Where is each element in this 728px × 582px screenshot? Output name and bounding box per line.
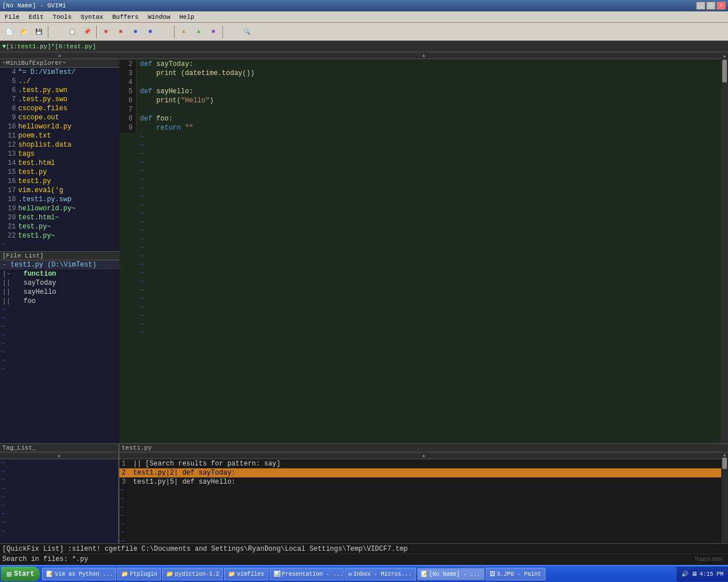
tilde-line: ~ — [0, 331, 119, 340]
qf-line[interactable]: 1 || [Search results for pattern: say] — [119, 459, 728, 468]
taskbar-item-ftplugin[interactable]: 📁 Ftplugin — [117, 568, 161, 580]
tag-active-file[interactable]: - test1.py (D:\VimTest) — [0, 260, 119, 269]
scroll-thumb[interactable] — [722, 60, 727, 82]
qf-left-scroll-up[interactable]: ▲ — [0, 452, 118, 459]
tilde-line: ~ — [119, 244, 721, 252]
left-pane: ▲ ~MiniBufExplorer~ 4"= D:/VimTest/ 5../… — [0, 52, 119, 443]
toolbar-save[interactable]: 💾 — [32, 25, 46, 39]
tilde-line: ~ — [0, 476, 118, 485]
menu-edit[interactable]: Edit — [24, 13, 48, 22]
toolbar-sep2 — [96, 26, 97, 38]
code-line: 4 — [119, 78, 721, 88]
toolbar-btn2[interactable]: ■ — [114, 25, 127, 39]
toolbar-btn8[interactable]: ■ — [206, 25, 220, 39]
menu-buffers[interactable]: Buffers — [107, 13, 143, 22]
taskbar-item-paint[interactable]: 🖼 3.JPG - Paint — [486, 568, 545, 580]
tilde-line: ~ — [119, 133, 721, 142]
left-scroll-up[interactable]: ▲ — [0, 52, 119, 59]
menu-file[interactable]: File — [0, 13, 24, 22]
tilde-line: ~ — [119, 150, 721, 159]
file-item[interactable]: 16test1.py — [0, 177, 119, 186]
code-area[interactable]: 2 def sayToday: 3 print (datetime.today(… — [119, 59, 728, 443]
tag-item-function[interactable]: |- function — [0, 269, 119, 278]
file-item[interactable]: 11poem.txt — [0, 131, 119, 140]
toolbar-paste[interactable]: 📌 — [80, 25, 94, 39]
toolbar-btn5[interactable]: ⚙ — [158, 25, 172, 39]
file-item[interactable]: 21test.py~ — [0, 222, 119, 231]
start-button[interactable]: ⊞ Start — [1, 567, 40, 581]
tilde-line: ~ — [119, 210, 721, 218]
tab-text[interactable]: [1:test1.py]*[6:test.py] — [6, 43, 96, 50]
file-item[interactable]: 13tags — [0, 149, 119, 159]
qf-scrollbar[interactable]: ▲ — [721, 452, 728, 543]
tilde-line: ~ — [119, 218, 721, 227]
toolbar-btn6[interactable]: ▲ — [177, 25, 191, 39]
file-item[interactable]: 12shoplist.data — [0, 140, 119, 149]
tabbar: ▼ [1:test1.py]*[6:test.py] — [0, 41, 728, 52]
tilde-line: ~ — [0, 348, 119, 357]
file-item[interactable]: 18.test1.py.swp — [0, 195, 119, 204]
toolbar-open[interactable]: 📂 — [17, 25, 31, 39]
qf-line[interactable]: 3 test1.py|5| def sayHello: — [119, 477, 728, 487]
maximize-button[interactable]: □ — [706, 2, 715, 10]
toolbar-btn4[interactable]: ■ — [143, 25, 157, 39]
toolbar-btn3[interactable]: ■ — [129, 25, 142, 39]
file-item[interactable]: 8cscope.files — [0, 104, 119, 113]
taskbar-item-vim-python[interactable]: 📝 Vim as Python ... — [42, 568, 116, 580]
tilde-line: ~ — [119, 252, 721, 261]
file-item[interactable]: 17vim.eval('g — [0, 186, 119, 195]
right-scroll-up[interactable]: ▲ — [119, 52, 728, 59]
taskbar-item-inbox[interactable]: ✉ Inbox - Micros... — [345, 568, 416, 580]
taskbar-item-noname[interactable]: 📝 [No Name] - ... — [417, 568, 485, 580]
code-file-label: test1.py — [119, 444, 728, 452]
toolbar-btn7[interactable]: ▲ — [192, 25, 205, 39]
tag-item-foo[interactable]: || foo — [0, 297, 119, 306]
file-item[interactable]: 19helloworld.py~ — [0, 204, 119, 213]
taskbar-item-pydiction[interactable]: 📁 pydiction-1.2 — [162, 568, 223, 580]
menu-window[interactable]: Window — [143, 13, 175, 22]
toolbar-cut[interactable]: ✂ — [51, 25, 64, 39]
menu-tools[interactable]: Tools — [48, 13, 76, 22]
tilde-line: ~ — [119, 529, 728, 538]
file-item[interactable]: 4"= D:/VimTest/ — [0, 68, 119, 77]
file-item[interactable]: 15test.py — [0, 168, 119, 177]
systray-time: 4:15 PM — [700, 571, 723, 577]
tilde-line: ~ — [119, 261, 721, 269]
taskbar-item-presentation[interactable]: 📊 Presentation - ... — [270, 568, 344, 580]
toolbar-copy[interactable]: 📋 — [65, 25, 79, 39]
file-item[interactable]: 20test.html~ — [0, 213, 119, 222]
file-item[interactable]: 9cscope.out — [0, 113, 119, 122]
taskbar-item-vimfiles[interactable]: 📁 vimfiles — [224, 568, 268, 580]
tilde-line: ~ — [0, 485, 118, 493]
tilde-line: ~ — [119, 521, 728, 529]
toolbar-find[interactable]: ■ — [99, 25, 113, 39]
minimize-button[interactable]: _ — [696, 2, 705, 10]
titlebar: [No Name] - GVIM1 _ □ × — [0, 0, 728, 11]
tilde-line: ~ — [0, 459, 118, 468]
qf-scroll-thumb[interactable] — [722, 458, 727, 469]
systray-icons: 🔊 🖥 — [681, 571, 697, 577]
file-item[interactable]: 14test.html — [0, 159, 119, 168]
tilde-line: ~ — [0, 527, 118, 536]
close-button[interactable]: × — [717, 2, 726, 10]
qf-right-scroll-up[interactable]: ▲ — [119, 452, 728, 459]
tilde-line: ~ — [0, 468, 118, 476]
right-scrollbar[interactable]: ▲ — [721, 52, 728, 443]
file-item[interactable]: 6.test.py.swn — [0, 86, 119, 95]
scroll-up-arrow[interactable]: ▲ — [722, 52, 727, 60]
menu-help[interactable]: Help — [175, 13, 198, 22]
toolbar-search[interactable]: 🔍 — [240, 25, 254, 39]
tilde-line: ~ — [0, 240, 119, 249]
split-bar[interactable]: Tag_List_ test1.py — [0, 443, 728, 452]
toolbar-help[interactable]: ? — [225, 25, 239, 39]
file-item[interactable]: 7.test.py.swo — [0, 95, 119, 104]
toolbar-new[interactable]: 📄 — [2, 25, 16, 39]
tilde-line: ~ — [119, 286, 721, 295]
file-item[interactable]: 5../ — [0, 77, 119, 86]
file-item[interactable]: 10helloworld.py — [0, 122, 119, 131]
tag-item-saytoday[interactable]: || sayToday — [0, 278, 119, 288]
qf-line-active[interactable]: 2 test1.py|2| def sayToday: — [119, 468, 728, 477]
file-item[interactable]: 22test1.py~ — [0, 231, 119, 240]
tag-item-sayhello[interactable]: || sayHello — [0, 288, 119, 297]
menu-syntax[interactable]: Syntax — [76, 13, 108, 22]
